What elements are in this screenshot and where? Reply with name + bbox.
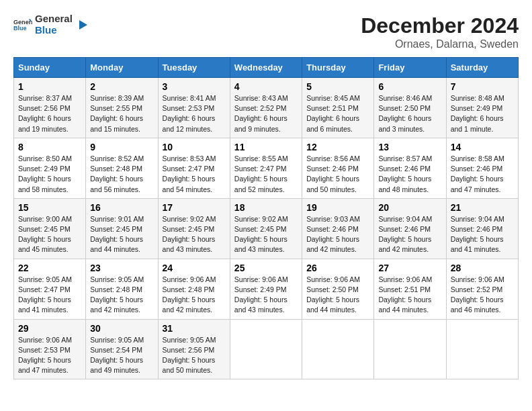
calendar-cell: 11 Sunrise: 8:55 AMSunset: 2:47 PMDaylig… (230, 138, 302, 198)
calendar-cell (230, 319, 302, 379)
calendar-table: SundayMondayTuesdayWednesdayThursdayFrid… (13, 57, 519, 379)
calendar-cell: 20 Sunrise: 9:04 AMSunset: 2:46 PMDaylig… (374, 198, 446, 259)
header-monday: Monday (86, 58, 158, 78)
calendar-cell: 14 Sunrise: 8:58 AMSunset: 2:46 PMDaylig… (446, 138, 518, 198)
day-info: Sunrise: 9:05 AMSunset: 2:48 PMDaylight:… (90, 275, 144, 314)
day-info: Sunrise: 9:06 AMSunset: 2:50 PMDaylight:… (306, 275, 360, 314)
day-number: 1 (18, 81, 81, 92)
page-header: General Blue General Blue December 2024 … (13, 13, 519, 50)
day-info: Sunrise: 8:46 AMSunset: 2:50 PMDaylight:… (378, 94, 432, 133)
day-info: Sunrise: 9:06 AMSunset: 2:49 PMDaylight:… (234, 275, 288, 314)
calendar-cell: 1 Sunrise: 8:37 AMSunset: 2:56 PMDayligh… (14, 78, 86, 138)
title-block: December 2024 Ornaes, Dalarna, Sweden (361, 13, 519, 50)
calendar-cell (302, 319, 374, 379)
logo-arrow-icon (75, 17, 90, 32)
logo-icon: General Blue (13, 15, 32, 34)
day-number: 29 (18, 323, 81, 334)
day-number: 3 (163, 81, 226, 92)
day-number: 9 (90, 142, 153, 152)
calendar-cell: 24 Sunrise: 9:06 AMSunset: 2:48 PMDaylig… (158, 259, 230, 319)
page-title: December 2024 (361, 13, 519, 38)
calendar-cell: 3 Sunrise: 8:41 AMSunset: 2:53 PMDayligh… (158, 78, 230, 138)
day-number: 11 (234, 142, 298, 152)
calendar-cell: 13 Sunrise: 8:57 AMSunset: 2:46 PMDaylig… (374, 138, 446, 198)
calendar-cell: 27 Sunrise: 9:06 AMSunset: 2:51 PMDaylig… (374, 259, 446, 319)
svg-text:Blue: Blue (13, 25, 27, 32)
header-thursday: Thursday (302, 58, 374, 78)
day-info: Sunrise: 9:02 AMSunset: 2:45 PMDaylight:… (163, 215, 216, 254)
calendar-cell: 8 Sunrise: 8:50 AMSunset: 2:49 PMDayligh… (14, 138, 86, 198)
day-info: Sunrise: 8:45 AMSunset: 2:51 PMDaylight:… (306, 94, 360, 133)
header-wednesday: Wednesday (230, 58, 302, 78)
calendar-cell: 5 Sunrise: 8:45 AMSunset: 2:51 PMDayligh… (302, 78, 374, 138)
day-number: 7 (451, 81, 514, 92)
day-number: 8 (18, 142, 81, 152)
calendar-week-row: 15 Sunrise: 9:00 AMSunset: 2:45 PMDaylig… (14, 198, 519, 259)
day-number: 13 (378, 142, 441, 152)
page-subtitle: Ornaes, Dalarna, Sweden (361, 38, 519, 50)
calendar-cell: 16 Sunrise: 9:01 AMSunset: 2:45 PMDaylig… (86, 198, 158, 259)
day-number: 16 (90, 202, 153, 213)
day-info: Sunrise: 8:48 AMSunset: 2:49 PMDaylight:… (451, 94, 504, 133)
day-info: Sunrise: 9:02 AMSunset: 2:45 PMDaylight:… (234, 215, 288, 254)
day-number: 10 (163, 142, 226, 152)
day-info: Sunrise: 9:05 AMSunset: 2:54 PMDaylight:… (90, 336, 144, 375)
day-number: 31 (163, 323, 226, 334)
day-number: 24 (163, 263, 226, 273)
day-info: Sunrise: 8:37 AMSunset: 2:56 PMDaylight:… (18, 94, 72, 133)
day-info: Sunrise: 8:50 AMSunset: 2:49 PMDaylight:… (18, 154, 72, 193)
svg-marker-3 (79, 20, 87, 30)
day-info: Sunrise: 8:52 AMSunset: 2:48 PMDaylight:… (90, 154, 144, 193)
calendar-cell: 18 Sunrise: 9:02 AMSunset: 2:45 PMDaylig… (230, 198, 302, 259)
calendar-cell: 10 Sunrise: 8:53 AMSunset: 2:47 PMDaylig… (158, 138, 230, 198)
logo-blue-text: Blue (35, 25, 73, 36)
calendar-cell: 28 Sunrise: 9:06 AMSunset: 2:52 PMDaylig… (446, 259, 518, 319)
day-number: 17 (163, 202, 226, 213)
day-info: Sunrise: 8:39 AMSunset: 2:55 PMDaylight:… (90, 94, 144, 133)
day-number: 15 (18, 202, 81, 213)
day-info: Sunrise: 8:41 AMSunset: 2:53 PMDaylight:… (163, 94, 216, 133)
calendar-cell: 17 Sunrise: 9:02 AMSunset: 2:45 PMDaylig… (158, 198, 230, 259)
calendar-cell: 21 Sunrise: 9:04 AMSunset: 2:46 PMDaylig… (446, 198, 518, 259)
calendar-cell: 9 Sunrise: 8:52 AMSunset: 2:48 PMDayligh… (86, 138, 158, 198)
calendar-week-row: 8 Sunrise: 8:50 AMSunset: 2:49 PMDayligh… (14, 138, 519, 198)
day-info: Sunrise: 9:00 AMSunset: 2:45 PMDaylight:… (18, 215, 72, 254)
day-number: 14 (451, 142, 514, 152)
calendar-cell: 19 Sunrise: 9:03 AMSunset: 2:46 PMDaylig… (302, 198, 374, 259)
day-number: 4 (234, 81, 298, 92)
calendar-header-row: SundayMondayTuesdayWednesdayThursdayFrid… (14, 58, 519, 78)
header-saturday: Saturday (446, 58, 518, 78)
day-info: Sunrise: 9:05 AMSunset: 2:56 PMDaylight:… (163, 336, 216, 375)
day-info: Sunrise: 9:06 AMSunset: 2:53 PMDaylight:… (18, 336, 72, 375)
day-number: 21 (451, 202, 514, 213)
day-number: 2 (90, 81, 153, 92)
calendar-cell: 6 Sunrise: 8:46 AMSunset: 2:50 PMDayligh… (374, 78, 446, 138)
calendar-week-row: 29 Sunrise: 9:06 AMSunset: 2:53 PMDaylig… (14, 319, 519, 379)
calendar-cell: 12 Sunrise: 8:56 AMSunset: 2:46 PMDaylig… (302, 138, 374, 198)
calendar-cell: 30 Sunrise: 9:05 AMSunset: 2:54 PMDaylig… (86, 319, 158, 379)
day-number: 26 (306, 263, 369, 273)
day-number: 28 (451, 263, 514, 273)
day-info: Sunrise: 8:43 AMSunset: 2:52 PMDaylight:… (234, 94, 288, 133)
day-number: 30 (90, 323, 153, 334)
calendar-cell: 15 Sunrise: 9:00 AMSunset: 2:45 PMDaylig… (14, 198, 86, 259)
day-number: 12 (306, 142, 369, 152)
day-number: 5 (306, 81, 369, 92)
day-info: Sunrise: 9:06 AMSunset: 2:48 PMDaylight:… (163, 275, 216, 314)
day-number: 19 (306, 202, 369, 213)
header-sunday: Sunday (14, 58, 86, 78)
day-number: 27 (378, 263, 441, 273)
day-info: Sunrise: 9:01 AMSunset: 2:45 PMDaylight:… (90, 215, 144, 254)
day-number: 23 (90, 263, 153, 273)
header-tuesday: Tuesday (158, 58, 230, 78)
day-info: Sunrise: 9:06 AMSunset: 2:51 PMDaylight:… (378, 275, 432, 314)
calendar-cell: 7 Sunrise: 8:48 AMSunset: 2:49 PMDayligh… (446, 78, 518, 138)
day-info: Sunrise: 8:53 AMSunset: 2:47 PMDaylight:… (163, 154, 216, 193)
calendar-cell (446, 319, 518, 379)
day-info: Sunrise: 8:56 AMSunset: 2:46 PMDaylight:… (306, 154, 360, 193)
day-number: 6 (378, 81, 441, 92)
logo-general-text: General (35, 13, 73, 25)
calendar-cell: 29 Sunrise: 9:06 AMSunset: 2:53 PMDaylig… (14, 319, 86, 379)
day-info: Sunrise: 9:04 AMSunset: 2:46 PMDaylight:… (451, 215, 504, 254)
calendar-cell: 26 Sunrise: 9:06 AMSunset: 2:50 PMDaylig… (302, 259, 374, 319)
